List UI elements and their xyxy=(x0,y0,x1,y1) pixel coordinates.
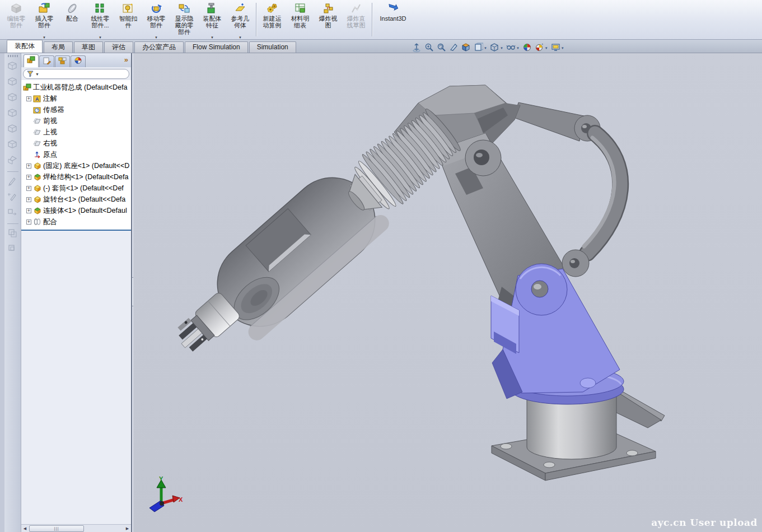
side-toolbar-icon-10[interactable] xyxy=(7,207,18,220)
dropdown-caret-icon[interactable]: ▼ xyxy=(155,36,158,39)
hide-show-items-button[interactable]: ▼ xyxy=(506,43,520,54)
section-view-button[interactable] xyxy=(449,43,459,54)
side-toolbar-icon-6[interactable] xyxy=(7,155,18,167)
side-toolbar-icon-13[interactable] xyxy=(7,244,18,256)
tab-装配体[interactable]: 装配体 xyxy=(7,40,43,53)
panel-horizontal-scrollbar[interactable]: ◀ ||| ▶ xyxy=(21,524,131,532)
tree-expander-icon[interactable]: + xyxy=(26,96,31,101)
toolbar-button-smart-fastener[interactable]: 智能扣件 xyxy=(114,0,142,39)
dropdown-caret-icon[interactable]: ▼ xyxy=(211,36,214,39)
side-toolbar-icon-2[interactable] xyxy=(7,92,18,105)
edit-appearance-button[interactable] xyxy=(522,43,532,54)
tree-item-annotations-1[interactable]: +A注解 xyxy=(21,93,131,104)
view-settings-icon xyxy=(551,43,560,54)
zoom-to-area-button[interactable] xyxy=(424,43,434,54)
apply-scene-button[interactable]: ▼ xyxy=(535,43,548,54)
dropdown-caret-icon[interactable]: ▼ xyxy=(43,36,46,39)
panel-overflow-chevron[interactable]: » xyxy=(124,55,128,64)
toolbar-button-move-part[interactable]: 移动零部件▼ xyxy=(142,0,170,39)
robot-elbow-pivot[interactable] xyxy=(465,140,501,176)
tree-filter-input[interactable]: ▼ xyxy=(23,69,129,79)
instant3d-icon xyxy=(386,2,400,15)
view-orientation-button[interactable] xyxy=(461,43,471,54)
side-toolbar-icon-5[interactable] xyxy=(7,139,18,152)
scroll-right-arrow[interactable]: ▶ xyxy=(124,525,131,532)
tree-item-part-9[interactable]: +(-) 套筒<1> (Default<<Def xyxy=(21,183,131,194)
dropdown-caret-icon[interactable]: ▼ xyxy=(561,46,564,50)
tab-Flow Simulation[interactable]: Flow Simulation xyxy=(185,41,248,53)
toolbar-button-instant3d[interactable]: Instant3D xyxy=(374,0,412,39)
view-settings-button[interactable]: ▼ xyxy=(551,43,564,54)
toolbar-button-bom[interactable]: 材料明细表 xyxy=(286,0,314,39)
appearance-manager-tab[interactable] xyxy=(71,55,86,67)
tree-item-plane-3[interactable]: 前视 xyxy=(21,115,131,127)
toolbar-button-edit-part[interactable]: 编辑零部件 xyxy=(2,0,30,39)
dropdown-caret-icon[interactable]: ▼ xyxy=(239,36,242,39)
tab-草图[interactable]: 草图 xyxy=(74,41,103,53)
tree-item-part-10[interactable]: +旋转台<1> (Default<<Defa xyxy=(21,194,131,205)
side-toolbar-icon-0[interactable] xyxy=(7,61,18,73)
robot-link-lug[interactable] xyxy=(562,250,589,277)
toolbar-button-reference-geometry[interactable]: 参考几何体▼ xyxy=(226,0,254,39)
toolbar-button-motion-study[interactable]: 新建运动算例 xyxy=(258,0,286,39)
tree-expander-icon[interactable]: + xyxy=(26,186,31,191)
graphics-viewport[interactable]: Y X ayc.cn User upload xyxy=(133,53,762,532)
side-toolbar-icon-3[interactable] xyxy=(7,108,18,120)
tab-办公室产品[interactable]: 办公室产品 xyxy=(134,41,184,53)
dropdown-caret-icon[interactable]: ▼ xyxy=(484,46,487,50)
dropdown-caret-icon[interactable]: ▼ xyxy=(516,46,520,50)
tree-expander-icon[interactable]: + xyxy=(26,175,31,180)
tree-item-mates-12[interactable]: +配合 xyxy=(21,216,131,227)
tree-item-part-green-11[interactable]: +连接体<1> (Default<Defaul xyxy=(21,205,131,216)
tree-item-part-green-8[interactable]: +焊枪结构<1> (Default<Defa xyxy=(21,171,131,183)
filter-caret-icon[interactable]: ▼ xyxy=(35,72,39,76)
tree-item-sensors-2[interactable]: 传感器 xyxy=(21,104,131,115)
robot-rear-fin[interactable] xyxy=(615,388,665,428)
toolbar-button-mate[interactable]: 配合 xyxy=(58,0,86,39)
side-toolbar-icon-12[interactable] xyxy=(7,228,18,240)
toolbar-button-explode-sketch[interactable]: 爆炸直线草图 xyxy=(342,0,370,39)
tree-expander-icon[interactable]: + xyxy=(26,164,31,169)
toolbar-button-assembly-feature[interactable]: 装配体特征▼ xyxy=(198,0,226,39)
tab-Simulation[interactable]: Simulation xyxy=(249,41,296,53)
standard-views-button[interactable]: ▼ xyxy=(474,43,487,54)
svg-text:A: A xyxy=(35,96,39,102)
tree-item-plane-4[interactable]: 上视 xyxy=(21,127,131,138)
display-style-button[interactable]: ▼ xyxy=(490,43,503,54)
dropdown-caret-icon[interactable]: ▼ xyxy=(545,46,548,50)
previous-view-button[interactable] xyxy=(437,43,446,54)
robot-arm-model[interactable] xyxy=(133,53,762,532)
toolbar-button-linear-pattern[interactable]: 线性零部件...▼ xyxy=(86,0,114,39)
tab-布局[interactable]: 布局 xyxy=(44,41,73,53)
scrollbar-thumb[interactable]: ||| xyxy=(29,525,84,532)
tree-item-assembly-0[interactable]: 工业机器臂总成 (Default<Defa xyxy=(21,82,131,93)
toolbar-button-show-hidden[interactable]: 显示隐藏的零部件 xyxy=(170,0,198,39)
side-toolbar-icon-8[interactable] xyxy=(7,176,18,188)
side-toolbar-icon-1[interactable] xyxy=(7,77,18,89)
tree-item-label: 旋转台<1> (Default<<Defa xyxy=(43,195,125,204)
sensors-icon xyxy=(33,106,41,114)
toolbar-button-insert-part[interactable]: 插入零部件▼ xyxy=(30,0,58,39)
toolbar-button-label: 移动零部件 xyxy=(144,15,168,29)
tree-expander-icon[interactable]: + xyxy=(26,220,31,225)
tree-item-plane-5[interactable]: 右视 xyxy=(21,138,131,149)
toolbar-button-exploded-view[interactable]: 爆炸视图 xyxy=(314,0,342,39)
tree-item-part-7[interactable]: +(固定) 底座<1> (Default<<D xyxy=(21,160,131,171)
tree-expander-icon[interactable]: + xyxy=(26,197,31,202)
side-toolbar-icon-9[interactable] xyxy=(7,192,18,204)
property-manager-tab[interactable] xyxy=(39,55,54,67)
exploded-view-icon xyxy=(321,2,335,15)
scrollbar-track[interactable]: ||| xyxy=(29,525,124,532)
toolbar-drag-grip[interactable] xyxy=(8,55,18,57)
tree-expander-icon[interactable]: + xyxy=(26,208,31,213)
scroll-left-arrow[interactable]: ◀ xyxy=(21,525,29,532)
dropdown-caret-icon[interactable]: ▼ xyxy=(99,36,102,39)
tree-item-origin-6[interactable]: 原点 xyxy=(21,149,131,160)
tab-评估[interactable]: 评估 xyxy=(104,41,133,53)
zoom-to-fit-button[interactable] xyxy=(412,43,422,54)
configuration-manager-tab[interactable] xyxy=(55,55,70,67)
feature-manager-tab[interactable] xyxy=(24,54,39,67)
dropdown-caret-icon[interactable]: ▼ xyxy=(500,46,503,50)
triad-x-label: X xyxy=(179,496,183,503)
side-toolbar-icon-4[interactable] xyxy=(7,124,18,136)
